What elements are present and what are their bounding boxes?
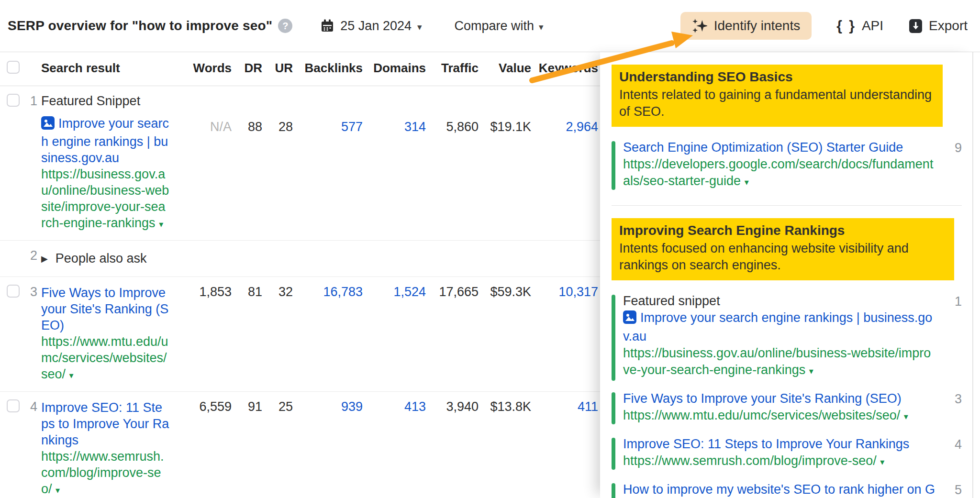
row-checkbox[interactable] bbox=[7, 399, 20, 412]
row-checkbox[interactable] bbox=[7, 94, 20, 107]
row-position: 1 bbox=[24, 86, 41, 240]
dr-value: 91 bbox=[235, 392, 266, 498]
serp-rank: 3 bbox=[955, 392, 962, 407]
serp-rank: 9 bbox=[955, 141, 962, 155]
chevron-down-icon[interactable]: ▾ bbox=[69, 371, 74, 380]
table-row: 1 Featured Snippet Improve your search e… bbox=[0, 86, 606, 241]
intent-result-item: 3 Five Ways to Improve your Site's Ranki… bbox=[612, 390, 962, 425]
intent-group-highlight: Improving Search Engine Rankings Intents… bbox=[612, 218, 954, 280]
result-url-link[interactable]: https://www.mtu.edu/umc/services/website… bbox=[623, 407, 937, 425]
intent-group-description: Intents related to gaining a fundamental… bbox=[619, 87, 935, 120]
compare-with-dropdown[interactable]: Compare with ▾ bbox=[455, 19, 544, 33]
braces-icon: { } bbox=[836, 18, 856, 34]
download-icon bbox=[908, 19, 923, 33]
identify-intents-panel: Understanding SEO Basics Intents related… bbox=[600, 52, 976, 498]
date-picker[interactable]: 25 Jan 2024 ▾ bbox=[320, 19, 422, 33]
page-title: SERP overview for "how to improve seo" bbox=[8, 18, 272, 33]
keywords-link[interactable]: 411 bbox=[535, 392, 602, 498]
chevron-down-icon[interactable]: ▾ bbox=[745, 177, 749, 187]
identify-intents-button[interactable]: Identify intents bbox=[680, 12, 812, 40]
ur-value: 32 bbox=[266, 277, 297, 391]
result-title-link[interactable]: Improve SEO: 11 Steps to Improve Your Ra… bbox=[623, 436, 937, 453]
col-domains[interactable]: Domains bbox=[367, 52, 430, 86]
date-label: 25 Jan 2024 bbox=[340, 19, 412, 33]
result-type: Featured snippet bbox=[623, 293, 937, 310]
result-title-link[interactable]: Five Ways to Improve your Site's Ranking… bbox=[41, 285, 169, 333]
dr-value: 81 bbox=[235, 277, 266, 391]
traffic-value: 3,940 bbox=[430, 392, 482, 498]
chevron-down-icon[interactable]: ▾ bbox=[904, 412, 908, 421]
panel-scrollbar-track[interactable] bbox=[972, 52, 973, 498]
sparkles-icon bbox=[692, 18, 707, 33]
intent-group-highlight: Understanding SEO Basics Intents related… bbox=[612, 65, 943, 127]
col-backlinks[interactable]: Backlinks bbox=[297, 52, 367, 86]
table-row: 3 Five Ways to Improve your Site's Ranki… bbox=[0, 277, 606, 392]
traffic-value: 17,665 bbox=[430, 277, 482, 391]
result-url-link[interactable]: https://business.gov.au/online/business-… bbox=[623, 345, 937, 380]
intent-result-item: 1 Featured snippet Improve your search e… bbox=[612, 293, 962, 380]
col-ur[interactable]: UR bbox=[266, 52, 297, 86]
result-url-link[interactable]: https://developers.google.com/search/doc… bbox=[623, 156, 937, 191]
col-words[interactable]: Words bbox=[185, 52, 235, 86]
result-title-link[interactable]: Search Engine Optimization (SEO) Starter… bbox=[623, 139, 937, 156]
intent-result-item: 4 Improve SEO: 11 Steps to Improve Your … bbox=[612, 436, 962, 471]
col-search-result[interactable]: Search result bbox=[41, 52, 185, 86]
dr-value: 88 bbox=[235, 86, 266, 240]
export-label: Export bbox=[929, 18, 968, 33]
chevron-down-icon: ▾ bbox=[417, 21, 422, 32]
domains-link[interactable]: 1,524 bbox=[367, 277, 430, 391]
intent-result-item: 5 How to improve my website's SEO to ran… bbox=[612, 481, 962, 498]
intent-group-title: Understanding SEO Basics bbox=[619, 69, 935, 85]
table-header-row: Search result Words DR UR Backlinks Doma… bbox=[0, 52, 606, 86]
serp-overview-page: SERP overview for "how to improve seo" ?… bbox=[0, 0, 980, 498]
chevron-down-icon[interactable]: ▾ bbox=[56, 486, 60, 495]
backlinks-link[interactable]: 939 bbox=[297, 392, 367, 498]
traffic-value: 5,860 bbox=[430, 86, 482, 240]
chevron-down-icon[interactable]: ▾ bbox=[809, 366, 813, 376]
result-url-link[interactable]: https://www.semrush.com/blog/improve-seo… bbox=[41, 448, 169, 498]
export-button[interactable]: Export bbox=[908, 18, 968, 33]
featured-snippet-icon bbox=[41, 116, 55, 133]
backlinks-link[interactable]: 577 bbox=[297, 86, 367, 240]
col-keywords[interactable]: Keywords bbox=[535, 52, 602, 86]
api-label: API bbox=[862, 18, 883, 33]
table-row: 2 ▶ People also ask bbox=[0, 241, 606, 277]
table-row: 4 Improve SEO: 11 Steps to Improve Your … bbox=[0, 392, 606, 498]
keywords-link[interactable]: 2,964 bbox=[535, 86, 602, 240]
keywords-link[interactable]: 10,317 bbox=[535, 277, 602, 391]
col-traffic[interactable]: Traffic bbox=[430, 52, 482, 86]
words-value: 6,559 bbox=[185, 392, 235, 498]
compare-with-label: Compare with bbox=[455, 19, 535, 33]
result-url-link[interactable]: https://business.gov.au/online/business-… bbox=[41, 166, 169, 232]
backlinks-link[interactable]: 16,783 bbox=[297, 277, 367, 391]
result-title-link[interactable]: Improve your search engine rankings | bu… bbox=[41, 115, 169, 166]
select-all-checkbox[interactable] bbox=[7, 61, 20, 74]
col-dr[interactable]: DR bbox=[235, 52, 266, 86]
chevron-down-icon[interactable]: ▾ bbox=[159, 220, 163, 229]
result-url-link[interactable]: https://www.semrush.com/blog/improve-seo… bbox=[623, 453, 937, 471]
row-checkbox[interactable] bbox=[7, 285, 20, 298]
help-icon[interactable]: ? bbox=[278, 19, 292, 33]
result-title-link[interactable]: Improve SEO: 11 Steps to Improve Your Ra… bbox=[41, 399, 169, 448]
result-title-link[interactable]: Improve your search engine rankings | bu… bbox=[623, 310, 937, 345]
intent-group-description: Intents focused on enhancing website vis… bbox=[619, 240, 947, 274]
result-url-link[interactable]: https://www.mtu.edu/umc/services/website… bbox=[41, 333, 169, 384]
people-also-ask-expander[interactable]: ▶ People also ask bbox=[41, 248, 181, 269]
ur-value: 28 bbox=[266, 86, 297, 240]
toolbar: SERP overview for "how to improve seo" ?… bbox=[0, 0, 980, 52]
row-position: 4 bbox=[24, 392, 41, 498]
intent-group-title: Improving Search Engine Rankings bbox=[619, 223, 947, 238]
divider bbox=[612, 205, 962, 206]
serp-table: Search result Words DR UR Backlinks Doma… bbox=[0, 52, 606, 498]
result-type: Featured Snippet bbox=[41, 94, 181, 109]
result-title-link[interactable]: How to improve my website's SEO to rank … bbox=[623, 481, 937, 498]
domains-link[interactable]: 314 bbox=[367, 86, 430, 240]
ur-value: 25 bbox=[266, 392, 297, 498]
result-title-link[interactable]: Five Ways to Improve your Site's Ranking… bbox=[623, 390, 937, 407]
chevron-down-icon[interactable]: ▾ bbox=[880, 457, 884, 467]
col-value[interactable]: Value bbox=[482, 52, 535, 86]
row-position: 2 bbox=[24, 241, 41, 277]
api-button[interactable]: { } API bbox=[836, 18, 883, 34]
calendar-icon bbox=[320, 19, 334, 33]
domains-link[interactable]: 413 bbox=[367, 392, 430, 498]
